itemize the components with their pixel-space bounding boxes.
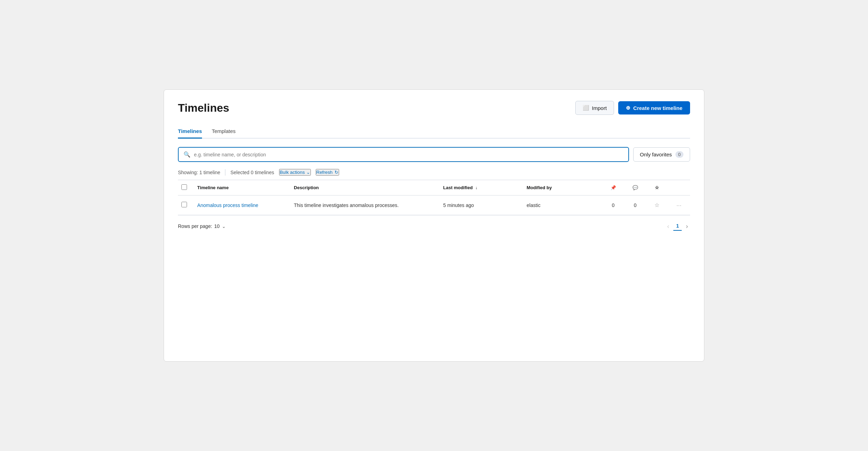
row-actions-button[interactable]: ··· — [674, 202, 684, 209]
bulk-actions-button[interactable]: Bulk actions ⌄ — [279, 169, 311, 176]
pagination-row: Rows per page: 10 ⌄ ‹ 1 › — [178, 222, 690, 231]
table-row: Anomalous process timeline This timeline… — [178, 195, 690, 215]
page-title: Timelines — [178, 102, 229, 114]
search-row: 🔍 Only favorites 0 — [178, 147, 690, 162]
pin-col-icon: 📌 — [611, 185, 616, 190]
main-window: Timelines ⬜ Import ⊕ Create new timeline… — [164, 89, 704, 362]
note-col-icon: 💬 — [633, 185, 638, 190]
select-all-checkbox[interactable] — [181, 184, 187, 190]
timelines-table: Timeline name Description Last modified … — [178, 180, 690, 215]
current-page-number[interactable]: 1 — [673, 222, 682, 231]
selected-label: Selected 0 timelines — [230, 170, 274, 175]
timeline-last-modified: 5 minutes ago — [443, 202, 474, 208]
next-page-button[interactable]: › — [684, 222, 690, 231]
timeline-modified-by: elastic — [527, 202, 541, 208]
timeline-name-link[interactable]: Anomalous process timeline — [197, 202, 258, 208]
plus-circle-icon: ⊕ — [626, 105, 630, 111]
sort-icon: ↓ — [475, 185, 477, 190]
import-button[interactable]: ⬜ Import — [575, 101, 614, 115]
create-timeline-button[interactable]: ⊕ Create new timeline — [618, 101, 690, 114]
search-icon: 🔍 — [184, 151, 190, 158]
note-count: 0 — [634, 202, 637, 208]
prev-page-button[interactable]: ‹ — [665, 222, 671, 231]
chevron-down-icon: ⌄ — [306, 170, 310, 175]
search-input[interactable] — [194, 152, 623, 157]
fav-col-icon: ☆ — [655, 185, 659, 190]
page-header: Timelines ⬜ Import ⊕ Create new timeline — [178, 101, 690, 115]
rows-per-page-selector[interactable]: Rows per page: 10 ⌄ — [178, 223, 226, 229]
toolbar-divider — [225, 169, 225, 176]
import-icon: ⬜ — [583, 105, 589, 111]
pin-count: 0 — [612, 202, 615, 208]
refresh-button[interactable]: Refresh ↻ — [316, 169, 339, 176]
favorite-button[interactable]: ☆ — [652, 201, 661, 209]
tab-timelines[interactable]: Timelines — [178, 125, 202, 139]
toolbar: Showing: 1 timeline Selected 0 timelines… — [178, 169, 690, 176]
row-checkbox[interactable] — [181, 202, 187, 207]
rows-per-page-value: 10 — [214, 223, 220, 229]
favorites-count-badge: 0 — [675, 151, 683, 158]
tab-templates[interactable]: Templates — [212, 125, 235, 139]
chevron-down-icon: ⌄ — [222, 224, 226, 229]
refresh-icon: ↻ — [335, 170, 338, 175]
only-favorites-button[interactable]: Only favorites 0 — [633, 147, 690, 162]
header-actions: ⬜ Import ⊕ Create new timeline — [575, 101, 690, 115]
showing-label: Showing: 1 timeline — [178, 170, 220, 175]
search-box: 🔍 — [178, 147, 629, 162]
page-navigation: ‹ 1 › — [665, 222, 690, 231]
tabs-bar: Timelines Templates — [178, 125, 690, 139]
timeline-description: This timeline investigates anomalous pro… — [294, 202, 398, 208]
